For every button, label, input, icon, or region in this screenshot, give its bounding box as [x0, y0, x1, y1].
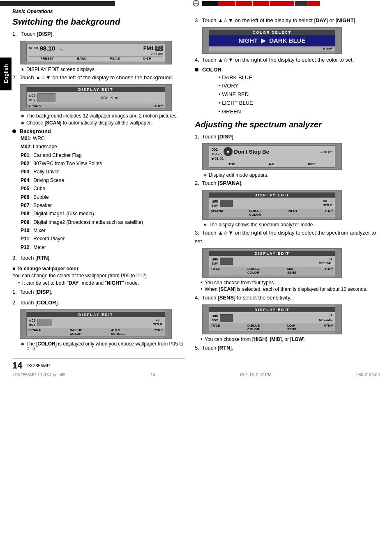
dot6: [168, 49, 169, 51]
step-1-num: 1.: [12, 31, 20, 37]
sp3-inner: DISPLAY EDIT u05BGV u1SPECÁL TITLE D-BLU…: [209, 307, 335, 332]
btn-rtn-cs[interactable]: RTN↵: [323, 47, 332, 51]
bg-items-table: M01: WRC M02: Landscape P01: Car and Che…: [21, 134, 185, 251]
btn-d-blue-color[interactable]: D-BLUECOLOR: [70, 328, 82, 336]
bg-item-p01: P01: Car and Checker Flag: [21, 151, 185, 159]
btn-rtn-sp3[interactable]: RTN↵: [324, 324, 333, 331]
color-item-5: GREEN: [219, 108, 380, 116]
bg-item-p06: P06: Bubble: [21, 193, 185, 201]
btn-spana-c[interactable]: SP/ANA: [28, 328, 41, 336]
btn-disp-music[interactable]: DISP: [308, 162, 316, 166]
music-content: J01TRACK ● Don't Stop Be 2:46 pm ▶01:01 …: [209, 146, 335, 167]
top-bar-left-solid: [0, 1, 115, 6]
cs-night: NIGHT: [238, 37, 258, 44]
radio-display-row: SEEK 98.10 🔍 FM1 P3: [29, 45, 163, 52]
dot5: [168, 44, 169, 45]
cd-icon: ●: [224, 147, 233, 156]
bgv-u05-sp2: u05BGV: [212, 257, 218, 265]
note-display-edit: DISPLAY EDIT screen displays.: [21, 67, 185, 72]
dec-seg-3: [236, 1, 252, 6]
edit-bg-buttons: SP/ANA RTN↵: [27, 104, 165, 108]
step-3-rtn: 3. Touch [RTN].: [12, 254, 185, 263]
time-display: 2:45 pm: [29, 52, 163, 55]
english-sidebar-label: English: [0, 58, 12, 90]
display-edit-title: DISPLAY EDIT: [27, 87, 165, 92]
sp-notes: • You can choose from four types. • When…: [195, 280, 380, 292]
btn-psas[interactable]: PS/AS: [110, 57, 120, 60]
cs-body: NIGHT ▶ DARK BLUE: [209, 35, 335, 46]
dec-seg-7: [307, 1, 320, 6]
bg-heading-text: Background: [20, 128, 51, 134]
page-footer: 14 DXZ855MP: [12, 358, 185, 371]
btn-low-sens-sp3[interactable]: LOWSENS: [287, 324, 296, 331]
color-edit-buttons: SP/ANA D-BLUECOLOR AUTOSCROLL RTN↵: [27, 328, 165, 336]
btn-dblue-color-sp1[interactable]: D-BLUECOLOR: [249, 209, 262, 216]
btn-rtn-sp2[interactable]: RTN↵: [324, 267, 333, 274]
cs-arrow: ▶: [261, 37, 266, 44]
sp-step-2: 2. Touch [SP/ANA].: [195, 179, 380, 188]
display-edit-sp2: DISPLAY EDIT u05BGV u1SPECÁL TITLE D-BLU…: [202, 248, 342, 278]
sp1-buttons: SP/ANA D-BLUECOLOR INPUT RTN↵: [209, 209, 335, 217]
btn-rtn-sp1[interactable]: RTN↵: [324, 209, 333, 216]
btn-title-sp2[interactable]: TITLE: [211, 267, 220, 274]
sp1-inner: DISPLAY EDIT u05BGV ccTITLE SP/ANA D-BLU…: [209, 192, 335, 217]
bg-item-p03: P03: Rally Driver: [21, 168, 185, 176]
dot1: [23, 44, 24, 45]
bgv-u05-sp3: u05BGV: [212, 314, 218, 322]
btn-dblue-color-sp3[interactable]: D-BLUECOLOR: [247, 324, 260, 331]
btn-dblue-color-sp2[interactable]: D-BLUECOLOR: [247, 267, 260, 274]
btn-title-sp3[interactable]: TITLE: [211, 324, 220, 331]
search-icon-display: 🔍: [57, 45, 63, 51]
btn-top[interactable]: TOP: [228, 162, 235, 166]
note-bg-12: The background includes 12 wallpaper ima…: [21, 113, 185, 119]
color-item-2: IVORY: [219, 82, 380, 90]
sens-note-1: • You can choose from [HIGH], [MID], or …: [201, 336, 380, 342]
btn-mid-sens-sp2[interactable]: MIDSENS: [287, 267, 296, 274]
top-bar-left: [0, 0, 190, 7]
note-color-only: The [COLOR] is displayed only when you c…: [21, 341, 185, 352]
display-edit-sp1: DISPLAY EDIT u05BGV ccTITLE SP/ANA D-BLU…: [202, 190, 342, 220]
color-list: DARK BLUE IVORY WINE RED LIGHT BLUE GREE…: [206, 74, 380, 116]
btn-input-sp1[interactable]: INPUT: [288, 209, 297, 216]
btn-spana-bg[interactable]: SP/ANA: [28, 104, 41, 108]
wallpaper-color-notes: • It can be set to both "DAY" mode and "…: [12, 280, 185, 286]
color-edit-title: DISPLAY EDIT: [27, 312, 165, 317]
fm1-label: FM1: [143, 45, 154, 51]
btn-preset[interactable]: PRESET: [41, 57, 54, 60]
btn-auto-scroll[interactable]: AUTOSCROLL: [111, 328, 125, 336]
sp2-title: DISPLAY EDIT: [209, 251, 335, 256]
step-2: 2. Touch ▲☆▼ on the left of the display …: [12, 74, 185, 82]
color-item-3: WINE RED: [219, 90, 380, 99]
track-label: J01TRACK: [212, 147, 222, 156]
bg-item-p11: P11: Record Player: [21, 235, 185, 243]
freq-display: 98.10: [40, 45, 55, 52]
music-progress: ▶01:01: [212, 156, 332, 161]
radio-buttons-row: PRESET BAND PS/AS DISP: [29, 56, 163, 60]
btn-rtn-bg[interactable]: RTN↵: [154, 104, 163, 108]
bgv-u05-color: u05BGV: [29, 318, 36, 327]
btn-spana-sp1[interactable]: SP/ANA: [211, 209, 223, 216]
bg-item-p07: P07: Speaker: [21, 201, 185, 210]
btn-play[interactable]: ▶/II: [269, 162, 274, 166]
dot7: [168, 55, 169, 56]
bgv-u02: u02BGV: [29, 94, 36, 102]
wc-step-2: 2. Touch [COLOR].: [12, 299, 185, 307]
sp2-buttons: TITLE D-BLUECOLOR MIDSENS RTN↵: [209, 267, 335, 275]
music-title: Don't Stop Be: [234, 149, 321, 155]
cs-dark-blue: DARK BLUE: [269, 37, 305, 44]
color-heading-text: COLOR: [202, 67, 221, 73]
frame-side-left-2: [21, 85, 26, 110]
step-1: 1. Touch [DISP].: [12, 30, 185, 39]
btn-rtn-c[interactable]: RTN↵: [154, 328, 163, 336]
cs-inner: COLOR SELECT NIGHT ▶ DARK BLUE RTN↵: [209, 30, 335, 51]
sp-note-1: • You can choose from four types.: [201, 280, 380, 286]
sp3-title: DISPLAY EDIT: [209, 307, 335, 312]
color-item-1: DARK BLUE: [219, 74, 380, 82]
btn-band[interactable]: BAND: [77, 57, 87, 60]
music-buttons: TOP ▶/II DISP: [212, 162, 332, 166]
sp1-right-cc: ccTITLE: [323, 199, 332, 207]
frame-side-left-1: [21, 41, 26, 64]
top-bar-right: [202, 0, 392, 7]
btn-disp[interactable]: DISP: [143, 57, 151, 60]
seek-label: SEEK: [29, 46, 39, 50]
